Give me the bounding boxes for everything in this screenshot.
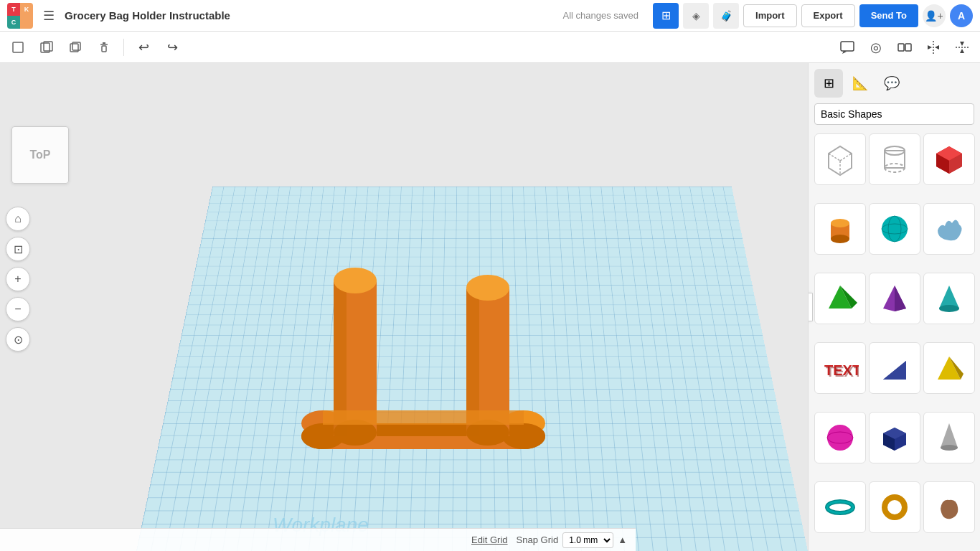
left-controls: ⌂ ⊡ + − ⊙ bbox=[6, 207, 30, 352]
main-area: ToP ⌂ ⊡ + − ⊙ bbox=[0, 63, 980, 551]
svg-point-51 bbox=[882, 216, 908, 242]
toolbar-separator-1 bbox=[123, 39, 124, 56]
grid-view-button[interactable]: ⊞ bbox=[653, 3, 679, 29]
delete-button[interactable] bbox=[92, 35, 116, 60]
svg-text:TEXT: TEXT bbox=[826, 364, 859, 380]
svg-line-39 bbox=[840, 154, 852, 161]
svg-marker-13 bbox=[928, 45, 932, 50]
toolbar: ↩ ↪ ◎ bbox=[0, 32, 980, 63]
shapes-tab[interactable]: ⊞ bbox=[814, 69, 843, 98]
logo-tinkercad-k: K bbox=[20, 3, 33, 16]
import-button[interactable]: Import bbox=[743, 4, 796, 27]
save-status: All changes saved bbox=[563, 10, 639, 21]
svg-marker-57 bbox=[895, 286, 906, 311]
view-cube-label: ToP bbox=[29, 149, 50, 161]
fit-button[interactable]: ⊡ bbox=[6, 237, 30, 261]
svg-line-38 bbox=[829, 154, 840, 161]
redo-button[interactable]: ↪ bbox=[160, 35, 184, 60]
svg-point-35 bbox=[466, 275, 509, 301]
svg-point-34 bbox=[334, 268, 377, 293]
shape-blob-brown[interactable] bbox=[923, 481, 975, 533]
send-to-button[interactable]: Send To bbox=[859, 4, 918, 27]
svg-marker-14 bbox=[935, 45, 939, 50]
shape-ring-orange[interactable] bbox=[869, 481, 920, 533]
project-title: Grocery Bag Holder Instructable bbox=[65, 9, 556, 22]
snap-grid-control: Snap Grid 1.0 mm 0.5 mm 0.1 mm 5.0 mm ▲ bbox=[517, 532, 627, 548]
group-button[interactable] bbox=[892, 35, 917, 60]
svg-point-76 bbox=[887, 500, 902, 514]
logo-tinkercad-t: T bbox=[7, 3, 20, 16]
svg-rect-10 bbox=[898, 44, 904, 51]
svg-rect-8 bbox=[841, 42, 854, 51]
hamburger-menu-icon[interactable]: ☰ bbox=[40, 5, 57, 27]
right-panel: › ⊞ 📐 💬 Basic Shapes Geometric Text & Nu… bbox=[808, 63, 980, 551]
svg-point-49 bbox=[831, 219, 849, 227]
align-button[interactable]: ◎ bbox=[864, 35, 888, 60]
shape-box-ghost[interactable] bbox=[814, 133, 866, 185]
shapes-grid: TEXT TEXT bbox=[809, 131, 980, 551]
ruler-tab[interactable]: 📐 bbox=[846, 69, 875, 98]
svg-rect-36 bbox=[323, 410, 524, 425]
shape-sphere-pink[interactable] bbox=[814, 412, 866, 463]
duplicate-button[interactable] bbox=[63, 35, 88, 60]
mirror-v-button[interactable] bbox=[950, 35, 974, 60]
svg-point-50 bbox=[831, 235, 849, 243]
comment-button[interactable] bbox=[835, 35, 859, 60]
snap-grid-chevron-icon: ▲ bbox=[618, 534, 627, 545]
logo-tinkercad-bottom bbox=[20, 16, 33, 29]
add-user-icon[interactable]: 👤+ bbox=[923, 4, 946, 27]
zoom-out-button[interactable]: − bbox=[6, 297, 30, 321]
svg-marker-17 bbox=[960, 49, 964, 53]
copy-document-button[interactable] bbox=[34, 35, 59, 60]
svg-marker-16 bbox=[960, 42, 964, 46]
snap-grid-label: Snap Grid bbox=[517, 534, 559, 545]
zoom-in-button[interactable]: + bbox=[6, 267, 30, 291]
bottom-bar: Edit Grid Snap Grid 1.0 mm 0.5 mm 0.1 mm… bbox=[0, 528, 636, 551]
svg-marker-71 bbox=[941, 423, 958, 448]
svg-point-59 bbox=[939, 305, 959, 312]
new-button[interactable] bbox=[6, 35, 30, 60]
export-button[interactable]: Export bbox=[801, 4, 855, 27]
shape-box-red[interactable] bbox=[923, 133, 975, 185]
shape-pyramid-green[interactable] bbox=[814, 273, 866, 324]
notes-tab[interactable]: 💬 bbox=[877, 69, 906, 98]
shape-text-3d-red[interactable]: TEXT TEXT bbox=[814, 342, 866, 394]
view-cube[interactable]: ToP bbox=[11, 126, 69, 184]
shape-category-select[interactable]: Basic Shapes Geometric Text & Numbers Co… bbox=[814, 103, 974, 125]
shape-pyramid-yellow[interactable] bbox=[923, 342, 975, 394]
header: T K C ☰ Grocery Bag Holder Instructable … bbox=[0, 0, 980, 32]
shape-cylinder-orange[interactable] bbox=[814, 203, 866, 255]
svg-rect-0 bbox=[13, 42, 23, 52]
snap-grid-select[interactable]: 1.0 mm 0.5 mm 0.1 mm 5.0 mm bbox=[562, 532, 613, 548]
orbit-button[interactable]: ⊙ bbox=[6, 327, 30, 352]
shape-wedge-blue[interactable] bbox=[869, 342, 920, 394]
header-right-controls: ⊞ ◈ 🧳 Import Export Send To 👤+ A bbox=[653, 3, 973, 29]
canvas-area[interactable]: ToP ⌂ ⊡ + − ⊙ bbox=[0, 63, 808, 551]
shape-torus-teal[interactable] bbox=[814, 481, 866, 533]
shape-sphere-teal[interactable] bbox=[869, 203, 920, 255]
collapse-panel-button[interactable]: › bbox=[808, 293, 813, 321]
edit-grid-button[interactable]: Edit Grid bbox=[471, 534, 508, 545]
svg-point-72 bbox=[941, 445, 958, 451]
svg-point-66 bbox=[827, 425, 853, 451]
perspective-view-button[interactable]: ◈ bbox=[683, 3, 709, 29]
shapes-category-dropdown: Basic Shapes Geometric Text & Numbers Co… bbox=[814, 103, 974, 125]
shape-cylinder-ghost[interactable] bbox=[869, 133, 920, 185]
shape-bumpy[interactable] bbox=[923, 203, 975, 255]
mirror-h-button[interactable] bbox=[921, 35, 946, 60]
shape-box-navy[interactable] bbox=[869, 412, 920, 463]
3d-model[interactable] bbox=[129, 178, 631, 508]
shape-cone-teal[interactable] bbox=[923, 273, 975, 324]
logo-tinkercad-c: C bbox=[7, 16, 20, 29]
shape-cone-gray[interactable] bbox=[923, 412, 975, 463]
home-button[interactable]: ⌂ bbox=[6, 207, 30, 231]
user-avatar[interactable]: A bbox=[950, 4, 973, 27]
model-view-button[interactable]: 🧳 bbox=[713, 3, 739, 29]
svg-marker-63 bbox=[883, 361, 906, 380]
svg-rect-5 bbox=[102, 46, 106, 52]
shape-pyramid-purple[interactable] bbox=[869, 273, 920, 324]
panel-tabs: ⊞ 📐 💬 bbox=[809, 63, 980, 98]
undo-button[interactable]: ↩ bbox=[131, 35, 156, 60]
tinkercad-logo[interactable]: T K C bbox=[7, 3, 33, 29]
svg-rect-11 bbox=[905, 44, 911, 51]
